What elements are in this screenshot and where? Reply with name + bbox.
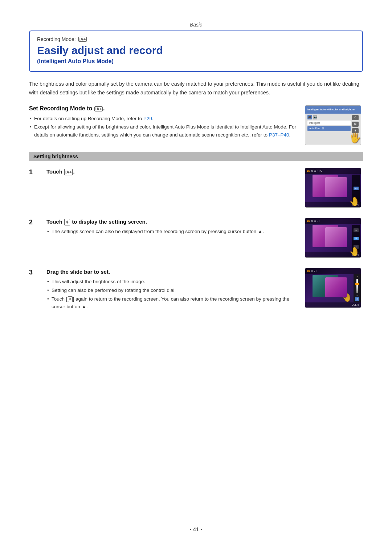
set-recording-title: Set Recording Mode to iA+. [29, 105, 296, 112]
ia-item-autoplus-text: Auto Plus [309, 127, 320, 130]
vf-icon-r1: ▲ [354, 228, 359, 232]
vf-bottom-text-3: A.T.R. [352, 304, 359, 306]
viewfinder-1: 1K ⊙ ⊡ ▪ ↕ C iA+ A.T.R. 🤚 [305, 168, 361, 207]
vf-subject-6 [325, 277, 347, 297]
link-p37: P37–P40 [269, 132, 289, 138]
vf-bright-btn: ☀ [354, 237, 359, 240]
vf-indicator-icons-2: ⊙ ⊡ ▪ ↕ [311, 220, 320, 223]
vf-subject-2 [325, 177, 347, 197]
vf-topbar-2: 1K ⊙ ⊡ ▪ ↕ [305, 218, 361, 224]
step-2-content: Touch ☀ to display the setting screen. T… [46, 218, 296, 236]
link-p29: P29 [143, 116, 152, 121]
ia-item-autoplus-icon: ⊞ [322, 127, 324, 130]
vf-topbar-1: 1K ⊙ ⊡ ▪ ↕ C [305, 168, 361, 174]
recording-mode-line: Recording Mode: iA+ [37, 36, 355, 42]
category-label: Basic [29, 22, 363, 28]
touch-hand-2: 🤚 [349, 247, 360, 257]
vf-bottom-3: A.T.R. [305, 302, 361, 307]
brightness-plus: + [356, 276, 358, 278]
vf-ia-plus-btn: iA+ [354, 187, 359, 190]
intro-text: The brightness and color optimally set b… [29, 80, 363, 97]
page-container: Basic Recording Mode: iA+ Easily adjust … [0, 0, 392, 554]
ia-screen-mockup: Intelligent Auto with color and brightne… [305, 105, 361, 145]
recording-mode-label: Recording Mode: [37, 36, 76, 42]
brightness-slider-panel: + − ☀ [354, 274, 361, 302]
step-3-number: 3 [29, 268, 38, 276]
viewfinder-2: 1K ⊙ ⊡ ▪ ↕ ▲ ☀ ● A.T.R. 🤚 [305, 218, 361, 257]
set-recording-bullets: For details on setting up Recording Mode… [29, 115, 296, 139]
step-2-bullets: The settings screen can also be displaye… [46, 228, 296, 236]
vf-subject-4 [325, 227, 347, 247]
step-3-content: Drag the slide bar to set. This will adj… [46, 268, 296, 311]
page-subtitle: (Intelligent Auto Plus Mode) [37, 58, 355, 65]
brightness-minus: − [356, 294, 358, 297]
step-3-row: 3 Drag the slide bar to set. This will a… [29, 268, 363, 311]
ia-screen-left: 🎥 📷 Intelligent Auto Plus ⊞ [307, 115, 351, 143]
step-2-image: 1K ⊙ ⊡ ▪ ↕ ▲ ☀ ● A.T.R. 🤚 [305, 218, 363, 258]
brightness-thumb [355, 283, 359, 285]
step-2-title: Touch ☀ to display the setting screen. [46, 218, 296, 226]
ia-mini-icon-1: 🎥 [307, 115, 312, 119]
ia-item-intelligent: Intelligent [307, 121, 351, 125]
step-3-image: 1K ⊙ ▪ ↕ + − ☀ [305, 268, 363, 308]
bullet-item: For details on setting up Recording Mode… [29, 115, 296, 123]
step-3-bullet-3: Touch [☀] again to return to the recordi… [46, 295, 296, 311]
step-3-bullet-2: Setting can also be performed by rotatin… [46, 286, 296, 294]
page-title: Easily adjust and record [37, 44, 355, 57]
vf-indicator-icons-3: ⊙ ▪ ↕ [311, 270, 317, 273]
step-1-screen: 1K ⊙ ⊡ ▪ ↕ C iA+ A.T.R. 🤚 [305, 168, 361, 208]
ia-selection-screen-image: Intelligent Auto with color and brightne… [305, 105, 363, 145]
page-number: - 41 - [0, 526, 392, 532]
step-1-image: 1K ⊙ ⊡ ▪ ↕ C iA+ A.T.R. 🤚 [305, 168, 363, 208]
mode-btn-m: M [352, 122, 359, 127]
step-2-row: 2 Touch ☀ to display the setting screen.… [29, 218, 363, 258]
touch-hand-icon-ia: 🖐 [349, 132, 361, 143]
vf-indicator-2k: 1K [307, 220, 310, 222]
set-recording-text: Set Recording Mode to iA+. For details o… [29, 105, 296, 140]
step-2-number: 2 [29, 218, 38, 226]
setting-brightness-bar: Setting brightness [29, 152, 363, 161]
step-2-bullet-1: The settings screen can also be displaye… [46, 228, 296, 236]
ia-plus-icon-title: iA+ [94, 106, 103, 111]
step-3-title: Drag the slide bar to set. [46, 268, 296, 276]
brightness-icon-panel: ☀ [355, 297, 359, 301]
ia-mini-icon-2: 📷 [313, 115, 317, 119]
vf-indicator-icons: ⊙ ⊡ ▪ ↕ C [311, 170, 322, 172]
brightness-icon-step2: ☀ [64, 219, 70, 226]
recording-mode-icon: iA+ [78, 37, 87, 42]
step-1-title: Touch iA+. [46, 168, 296, 176]
recording-mode-box: Recording Mode: iA+ Easily adjust and re… [29, 30, 363, 72]
step-2-screen: 1K ⊙ ⊡ ▪ ↕ ▲ ☀ ● A.T.R. 🤚 [305, 218, 361, 258]
vf-indicator-1k: 1K [307, 170, 310, 172]
step-1-content: Touch iA+. [46, 168, 296, 178]
ia-plus-icon-step1: iA+ [64, 169, 73, 176]
brightness-track [356, 279, 358, 293]
ia-top-mini-icons: 🎥 📷 [307, 115, 351, 119]
vf-topbar-3: 1K ⊙ ▪ ↕ [305, 268, 361, 274]
set-recording-section: Set Recording Mode to iA+. For details o… [29, 105, 363, 145]
brightness-icon-step3b: ☀ [68, 296, 73, 302]
bullet-item: Except for allowing setting of the brigh… [29, 123, 296, 139]
step-3-screen: 1K ⊙ ▪ ↕ + − ☀ [305, 268, 361, 308]
mode-btn-c: C [352, 115, 359, 120]
step-1-row: 1 Touch iA+. 1K ⊙ ⊡ ▪ ↕ C iA+ [29, 168, 363, 208]
brightness-icon-char: ☀ [356, 298, 358, 301]
step-3-bullets: This will adjust the brightness of the i… [46, 278, 296, 310]
ia-item-autoplus: Auto Plus ⊞ [307, 126, 351, 131]
ia-screen-topbar: Intelligent Auto with color and brightne [305, 106, 361, 114]
ia-screen-title-text: Intelligent Auto with color and brightne [307, 108, 355, 111]
step-3-bullet-1: This will adjust the brightness of the i… [46, 278, 296, 286]
ia-item-text: Intelligent [309, 122, 320, 124]
touch-hand-1: 🤚 [349, 196, 360, 207]
viewfinder-3: 1K ⊙ ▪ ↕ + − ☀ [305, 268, 361, 307]
step-1-number: 1 [29, 168, 38, 176]
vf-indicator-3k: 1K [307, 270, 310, 272]
